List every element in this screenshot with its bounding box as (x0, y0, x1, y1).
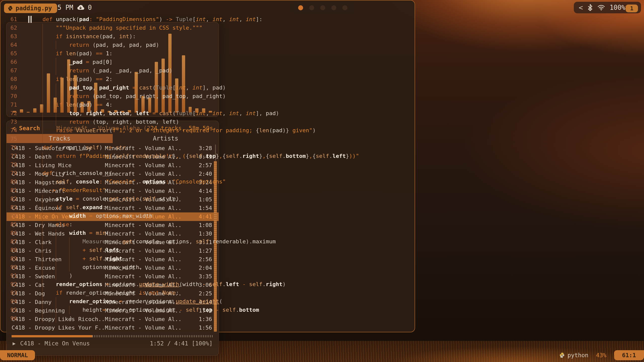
code-line[interactable]: 70return (pad_top, pad_right, pad_top, p… (0, 92, 644, 101)
code-line[interactable]: 62"""Unpack padding specified in CSS sty… (0, 24, 644, 32)
code-token: pad_top (96, 93, 119, 99)
code-token: pad (79, 50, 89, 57)
code-line[interactable]: 61def unpack(pad: "PaddingDimensions") -… (0, 15, 644, 24)
code-text: if len(pad) == 2: (22, 75, 112, 83)
code-line[interactable]: 75 (0, 135, 644, 143)
code-line[interactable]: 79def __rich_console__( (0, 169, 644, 177)
code-line[interactable]: 93if render_options.height is not None: (0, 289, 644, 297)
code-token: . (209, 238, 212, 245)
code-line[interactable]: 65if len(pad) == 1: (0, 49, 644, 58)
code-line[interactable]: 89+ self.right, (0, 254, 644, 263)
code-area[interactable]: 61def unpack(pad: "PaddingDimensions") -… (0, 15, 644, 348)
indent-guide (43, 32, 56, 41)
code-token: width (182, 281, 199, 287)
code-line[interactable]: 86width = min( (0, 229, 644, 237)
code-line[interactable]: 87Measurement.get(console, options, self… (0, 237, 644, 246)
indent-guide (43, 314, 56, 323)
code-token: right (106, 255, 123, 262)
line-number: 89 (0, 254, 22, 263)
code-token: )} (283, 127, 289, 133)
code-line[interactable]: 78 (0, 160, 644, 169)
code-line[interactable]: 72top, right, bottom, left = cast(Tuple[… (0, 109, 644, 118)
code-text: return (pad_top, pad_right, pad_top, pad… (22, 92, 226, 101)
indent-guide (56, 83, 69, 92)
code-line[interactable]: 95height=render_options.height - self.to… (0, 306, 644, 314)
code-text: self, console: "Console", options: "Cons… (22, 177, 226, 186)
code-line[interactable]: 69pad_top, pad_right = cast(Tuple[int, i… (0, 83, 644, 92)
code-token: int (213, 16, 223, 22)
indent-guide (43, 306, 56, 314)
code-line[interactable]: 64return (pad, pad, pad, pad) (0, 41, 644, 49)
indent-guide (43, 126, 56, 135)
code-text: if isinstance(pad, int): (22, 32, 136, 41)
line-number: 83 (0, 203, 22, 212)
code-line[interactable]: 90options.max_width, (0, 263, 644, 272)
indent-guide (43, 135, 56, 143)
code-token: style (159, 196, 176, 202)
code-line[interactable]: 92render_options = options.update_width(… (0, 280, 644, 289)
code-token: , (112, 33, 119, 39)
code-text: width = min( (22, 229, 109, 237)
python-lang-icon (559, 352, 565, 358)
line-number: 91 (0, 272, 22, 280)
code-line[interactable]: 77return f"Padding({self.renderable!r}, … (0, 152, 644, 160)
code-token: ) (222, 84, 226, 91)
code-token (102, 50, 106, 57)
code-token (102, 178, 106, 185)
python-file-icon (8, 6, 13, 11)
code-token: , (309, 153, 312, 159)
indent-guide (56, 229, 69, 237)
code-line[interactable]: 73return (top, right, bottom, left) (0, 118, 644, 126)
language-indicator: python (559, 352, 588, 358)
code-token: , (222, 110, 229, 116)
code-token: : (102, 204, 106, 210)
code-token: , (129, 67, 136, 74)
code-token: . (119, 213, 123, 219)
code-token: options (96, 213, 119, 219)
code-line[interactable]: 66_pad = pad[0] (0, 58, 644, 66)
code-line[interactable]: 85else: (0, 220, 644, 229)
code-line[interactable]: 82style = console.get_style(self.style) (0, 195, 644, 203)
code-line[interactable]: 74raise ValueError(f"1, 2 or 4 integers … (0, 126, 644, 135)
line-number: 73 (0, 118, 22, 126)
code-text: ) (22, 272, 72, 280)
indent-guide (43, 101, 56, 109)
code-line[interactable]: 67return (_pad, _pad, _pad, _pad) (0, 66, 644, 75)
code-token: if (56, 50, 66, 57)
indent-guide (43, 160, 56, 169)
code-token: Tuple (176, 16, 192, 22)
code-token: [ (173, 84, 176, 91)
code-line[interactable]: 80self, console: "Console", options: "Co… (0, 177, 644, 186)
code-token: ( (76, 102, 79, 108)
line-number: 95 (0, 306, 22, 314)
indent-guide (43, 118, 56, 126)
code-token: ( (173, 110, 176, 116)
code-token: options (83, 264, 106, 270)
code-token: ) (89, 76, 96, 82)
code-line[interactable]: 94render_options = render_options.update… (0, 297, 644, 306)
line-number: 79 (0, 169, 22, 177)
code-line[interactable]: 88+ self.left (0, 246, 644, 254)
code-token: . (156, 196, 159, 202)
code-token: max_width (123, 213, 152, 219)
tab-count-badge[interactable]: 1 (626, 5, 638, 12)
code-line[interactable]: 96) (0, 314, 644, 323)
code-line[interactable]: 91) (0, 272, 644, 280)
indent-guide (56, 66, 69, 75)
code-line[interactable]: 68if len(pad) == 2: (0, 75, 644, 83)
code-token: __repr__ (56, 144, 83, 151)
indent-guide (43, 92, 56, 101)
code-token: return (69, 67, 93, 74)
code-line[interactable]: 76def __repr__(self) -> str: (0, 143, 644, 152)
code-line[interactable]: 63if isinstance(pad, int): (0, 32, 644, 41)
code-token: pad_right (126, 93, 156, 99)
code-token: , (69, 178, 76, 185)
indent-guide (43, 195, 56, 203)
code-line[interactable]: 83if self.expand: (0, 203, 644, 212)
code-token: bottom (239, 307, 259, 313)
code-line[interactable]: 84width = options.max_width (0, 212, 644, 220)
editor-tab-padding-py[interactable]: padding.py (4, 4, 57, 13)
code-line[interactable]: 81) -> "RenderResult": (0, 186, 644, 195)
code-line[interactable]: 71if len(pad) == 4: (0, 101, 644, 109)
vim-mode-badge: NORMAL (0, 350, 35, 360)
